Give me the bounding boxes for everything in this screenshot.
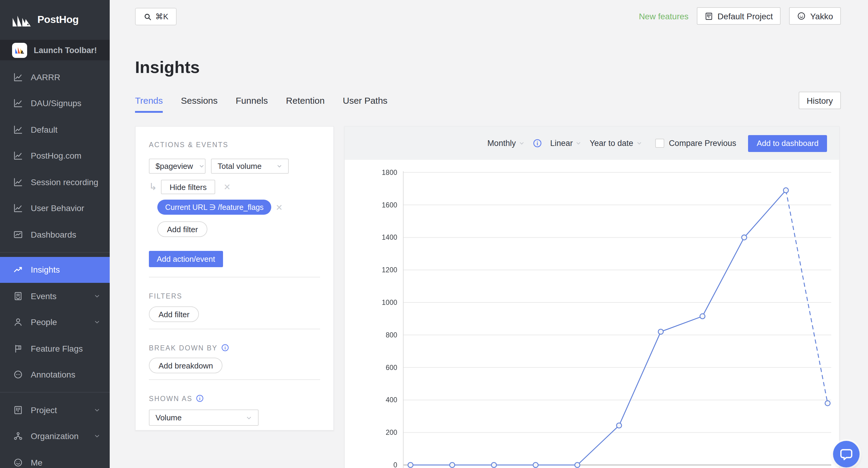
- tab-funnels[interactable]: Funnels: [236, 95, 268, 113]
- sidebar-item-me[interactable]: Me: [0, 449, 110, 468]
- chevron-down-icon: [277, 164, 282, 169]
- page-title: Insights: [135, 58, 200, 77]
- info-icon[interactable]: [221, 344, 229, 352]
- sidebar-item-dau-signups[interactable]: DAU/Signups: [0, 90, 110, 116]
- hide-filters-button[interactable]: Hide filters: [161, 180, 215, 194]
- sidebar-item-label: Default: [31, 125, 58, 135]
- smile-icon: [13, 458, 23, 467]
- chevron-down-icon: [94, 407, 100, 413]
- compare-previous-checkbox[interactable]: [655, 139, 664, 148]
- chart-type-select[interactable]: Linear: [550, 139, 581, 148]
- math-select[interactable]: Total volume: [211, 158, 289, 174]
- history-button[interactable]: History: [799, 92, 841, 109]
- add-filter-button-2[interactable]: Add filter: [149, 306, 199, 322]
- sidebar-item-dashboards[interactable]: Dashboards: [0, 221, 110, 247]
- sidebar-item-label: AARRR: [31, 72, 60, 82]
- sidebar-item-user-behavior[interactable]: User Behavior: [0, 195, 110, 221]
- flag-icon: [13, 344, 23, 353]
- tab-sessions[interactable]: Sessions: [181, 95, 218, 113]
- trending-up-icon: [13, 265, 23, 275]
- posthog-logo[interactable]: PostHog: [0, 0, 110, 40]
- event-select[interactable]: $pageview: [149, 158, 206, 174]
- remove-event-icon[interactable]: ✕: [224, 182, 230, 192]
- sidebar-item-label: Session recording: [31, 177, 98, 187]
- chevron-down-icon: [94, 293, 100, 299]
- sidebar-item-label: People: [31, 318, 57, 327]
- search-input[interactable]: ⌘K: [135, 8, 177, 25]
- info-icon[interactable]: [532, 139, 541, 148]
- posthog-app: PostHog Launch Toolbar! AARRRDAU/Signups…: [0, 0, 868, 468]
- sidebar-item-label: Feature Flags: [31, 344, 83, 353]
- sidebar-item-project[interactable]: Project: [0, 397, 110, 423]
- tab-trends[interactable]: Trends: [135, 95, 163, 113]
- chevron-down-icon: [519, 141, 524, 146]
- svg-text:400: 400: [386, 396, 397, 404]
- sidebar-item-events[interactable]: Events: [0, 283, 110, 309]
- breakdown-label-text: BREAK DOWN BY: [149, 344, 218, 351]
- chevron-down-icon: [94, 319, 100, 325]
- line-chart-icon: [13, 72, 23, 82]
- shown-as-select[interactable]: Volume: [149, 409, 258, 426]
- sidebar-item-organization[interactable]: Organization: [0, 423, 110, 449]
- tab-user-paths[interactable]: User Paths: [343, 95, 387, 113]
- container-icon: [13, 291, 23, 301]
- project-switcher-button[interactable]: Default Project: [697, 7, 781, 25]
- help-chat-button[interactable]: [833, 441, 860, 467]
- insight-tabs: TrendsSessionsFunnelsRetentionUser Paths: [135, 95, 388, 113]
- shown-as-value: Volume: [156, 413, 182, 422]
- date-range-value: Year to date: [590, 139, 633, 148]
- sidebar-item-default[interactable]: Default: [0, 116, 110, 143]
- cluster-icon: [13, 432, 23, 441]
- svg-text:1000: 1000: [382, 298, 397, 306]
- project-icon: [705, 12, 713, 20]
- smile-icon: [797, 11, 806, 21]
- sidebar-item-label: Me: [31, 458, 42, 467]
- remove-filter-icon[interactable]: ✕: [276, 202, 283, 212]
- add-to-dashboard-button[interactable]: Add to dashboard: [748, 135, 827, 152]
- user-menu-button[interactable]: Yakko: [789, 7, 841, 25]
- launch-toolbar-button[interactable]: Launch Toolbar!: [0, 40, 110, 60]
- sidebar-item-label: Project: [31, 405, 57, 415]
- sidebar-item-annotations[interactable]: Annotations: [0, 361, 110, 388]
- nested-arrow-icon: ↳: [149, 182, 157, 192]
- new-features-link[interactable]: New features: [639, 11, 689, 21]
- svg-text:200: 200: [386, 429, 397, 436]
- chevron-down-icon: [199, 164, 204, 169]
- property-filter-chip[interactable]: Current URL ∋ /feature_flags: [157, 200, 272, 215]
- sidebar-item-insights[interactable]: Insights: [0, 257, 110, 283]
- insight-chart-card: Monthly Linear Year to date Compare Prev…: [344, 126, 840, 468]
- date-range-select[interactable]: Year to date: [590, 139, 642, 148]
- interval-value: Monthly: [487, 139, 516, 148]
- sidebar-item-feature-flags[interactable]: Feature Flags: [0, 335, 110, 361]
- sidebar-item-label: DAU/Signups: [31, 98, 82, 108]
- event-select-value: $pageview: [156, 162, 193, 171]
- svg-text:1200: 1200: [382, 266, 397, 274]
- sidebar-item-aarrr[interactable]: AARRR: [0, 64, 110, 90]
- add-filter-button[interactable]: Add filter: [157, 221, 208, 237]
- svg-text:800: 800: [386, 331, 397, 339]
- svg-text:600: 600: [386, 364, 397, 372]
- sidebar-item-posthog-com[interactable]: PostHog.com: [0, 143, 110, 169]
- actions-events-label: ACTIONS & EVENTS: [149, 141, 320, 148]
- svg-text:1600: 1600: [382, 201, 397, 209]
- divider: [149, 329, 320, 329]
- launch-toolbar-label: Launch Toolbar!: [34, 46, 97, 55]
- add-action-event-button[interactable]: Add action/event: [149, 251, 223, 267]
- sidebar-item-label: Annotations: [31, 370, 75, 380]
- sidebar-item-label: Events: [31, 291, 57, 301]
- chart-svg: 020040060080010001200140016001800: [345, 160, 839, 468]
- sidebar-item-label: Insights: [31, 265, 60, 275]
- trend-line-chart: 020040060080010001200140016001800: [345, 160, 839, 468]
- tab-retention[interactable]: Retention: [286, 95, 324, 113]
- add-breakdown-button[interactable]: Add breakdown: [149, 358, 223, 373]
- sidebar-item-people[interactable]: People: [0, 309, 110, 335]
- sidebar-item-session-recording[interactable]: Session recording: [0, 169, 110, 195]
- posthog-hedgehog-icon: [12, 12, 31, 27]
- compare-previous-control: Compare Previous: [655, 139, 736, 148]
- sidebar-menu: AARRRDAU/SignupsDefaultPostHog.comSessio…: [0, 60, 110, 468]
- shown-as-label: SHOWN AS: [149, 394, 320, 402]
- interval-select[interactable]: Monthly: [487, 139, 524, 148]
- svg-text:0: 0: [393, 461, 397, 468]
- divider: [149, 277, 320, 277]
- info-icon[interactable]: [196, 394, 204, 402]
